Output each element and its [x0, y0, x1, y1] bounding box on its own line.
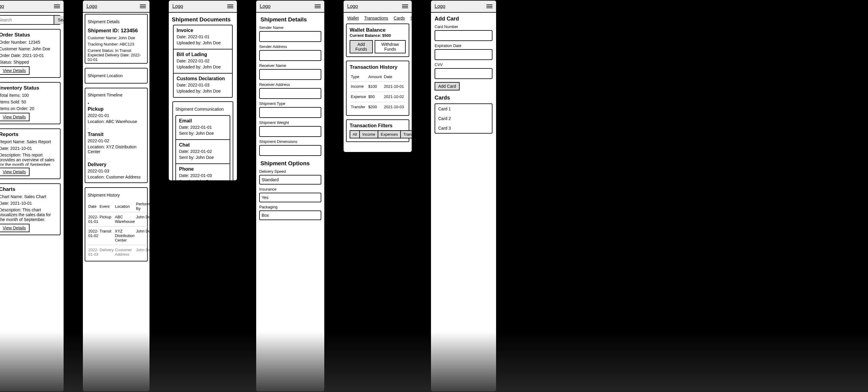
doc-date: Date: 2022-01-01 [177, 34, 229, 39]
delivery-speed-select[interactable] [259, 175, 321, 185]
customer-name: Customer Name: John Doe [88, 36, 145, 40]
table-row: Income$1002021-10-01 [350, 82, 405, 91]
menu-icon[interactable] [487, 4, 493, 8]
shipment-history-card: Shipment History Date Event Location Per… [85, 187, 148, 262]
logo[interactable]: Logo [260, 4, 271, 9]
doc-title: Customs Declaration [177, 76, 229, 82]
filter-transfers-button[interactable]: Transfers [401, 130, 412, 139]
logo[interactable]: Logo [87, 4, 97, 9]
tab-cards[interactable]: Cards [394, 16, 405, 21]
timeline-item: ▫ Transit 2022-01-02 Location: XYZ Distr… [88, 125, 145, 154]
topbar: Logo [344, 1, 412, 13]
timeline-item: ● Pickup 2022-01-01 Location: ABC Wareho… [88, 100, 145, 124]
menu-icon[interactable] [227, 4, 233, 8]
transaction-history-card: Transaction History Type Amount Date Inc… [346, 61, 409, 116]
doc-uploader: Uploaded by: John Doe [177, 89, 229, 93]
tab-settings[interactable]: Settings [410, 16, 412, 21]
timeline-item: ▫ Delivery 2022-01-03 Location: Customer… [88, 155, 145, 179]
tab-wallet[interactable]: Wallet [347, 16, 359, 21]
doc-date: Date: 2022-01-02 [177, 59, 229, 63]
add-funds-button[interactable]: Add Funds [350, 40, 373, 53]
timeline-title: Pickup [88, 107, 145, 112]
logo[interactable]: ogo [0, 4, 4, 9]
page-title: Shipment Details [260, 16, 320, 23]
sender-address-input[interactable] [259, 50, 321, 61]
menu-icon[interactable] [402, 4, 408, 8]
document-item[interactable]: Bill of Lading Date: 2022-01-02 Uploaded… [174, 50, 232, 73]
card-number-input[interactable] [435, 30, 493, 41]
receiver-name-input[interactable] [259, 69, 321, 80]
logo[interactable]: Logo [173, 4, 183, 9]
logo[interactable]: Logo [347, 4, 358, 9]
menu-icon[interactable] [315, 4, 321, 8]
card-item[interactable]: Card 2 [435, 114, 492, 123]
card-title: Reports [0, 131, 57, 138]
communication-item[interactable]: Phone Date: 2022-01-03 Sent by: John Doe [176, 164, 230, 181]
filters-title: Transaction Filters [350, 123, 406, 128]
section-label: Shipment Timeline [88, 91, 145, 99]
expiration-input[interactable] [435, 49, 493, 60]
shipment-dimensions-input[interactable] [259, 145, 321, 156]
shipment-type-input[interactable] [259, 107, 321, 118]
add-card-button[interactable]: Add Card [435, 82, 460, 90]
page-title: Shipment Documents [172, 16, 234, 23]
col-event: Event [99, 201, 114, 212]
search-input[interactable] [0, 16, 54, 24]
col-date: Date [383, 73, 405, 81]
comm-date: Date: 2022-01-02 [179, 149, 227, 154]
comm-date: Date: 2022-01-03 [179, 173, 227, 178]
logo[interactable]: Logo [435, 4, 445, 9]
comm-sender: Sent by: John Doe [179, 179, 227, 181]
timeline-title: Delivery [88, 162, 145, 168]
filter-all-button[interactable]: All [350, 130, 360, 139]
timeline-date: 2022-01-03 [88, 169, 145, 173]
document-item[interactable]: Invoice Date: 2022-01-01 Uploaded by: Jo… [174, 25, 232, 50]
document-item[interactable]: Customs Declaration Date: 2022-01-03 Upl… [174, 73, 232, 97]
order-date: Order Date: 2021-10-01 [0, 53, 57, 58]
doc-title: Invoice [177, 28, 229, 33]
tab-transactions[interactable]: Transactions [364, 16, 388, 21]
comm-date: Date: 2022-01-01 [179, 125, 227, 130]
communication-item[interactable]: Email Date: 2022-01-01 Sent by: John Doe [176, 116, 230, 140]
withdraw-funds-button[interactable]: Withdraw Funds [375, 40, 406, 53]
comm-title: Phone [179, 167, 227, 172]
search-button[interactable]: Search [54, 16, 64, 24]
view-details-button[interactable]: View Details [0, 224, 30, 232]
doc-date: Date: 2022-01-03 [177, 83, 229, 87]
receiver-address-input[interactable] [259, 88, 321, 99]
inventory-status-card: Inventory Status Total Items: 100 Items … [0, 82, 61, 124]
total-items: Total Items: 100 [0, 93, 57, 98]
shipment-weight-input[interactable] [259, 126, 321, 137]
items-sold: Items Sold: 50 [0, 99, 57, 104]
label-receiver-name: Receiver Name [259, 63, 321, 68]
shipment-communication-card: Shipment Communication Email Date: 2022-… [173, 101, 233, 181]
order-status: Status: Shipped [0, 60, 57, 64]
tracking-number: Tracking Number: ABC123 [88, 42, 145, 47]
phone-shipment-tracking: Logo Shipment Details Shipment ID: 12345… [82, 0, 150, 392]
col-type: Type [350, 73, 367, 81]
packaging-select[interactable] [259, 210, 321, 220]
card-item[interactable]: Card 1 [435, 104, 492, 114]
documents-list: Invoice Date: 2022-01-01 Uploaded by: Jo… [173, 25, 233, 98]
view-details-button[interactable]: View Details [0, 113, 30, 121]
phone-wallet: Logo Wallet Transactions Cards Settings … [343, 0, 412, 153]
label-packaging: Packaging [259, 205, 321, 209]
topbar: Logo [169, 1, 237, 13]
card-item[interactable]: Card 3 [435, 123, 492, 133]
menu-icon[interactable] [54, 4, 60, 8]
filter-income-button[interactable]: Income [360, 130, 378, 139]
view-details-button[interactable]: View Details [0, 168, 30, 176]
timeline-location: Location: XYZ Distribution Center [88, 145, 145, 154]
insurance-select[interactable] [259, 193, 321, 202]
menu-icon[interactable] [140, 4, 146, 8]
timeline-title: Transit [88, 132, 145, 137]
communication-item[interactable]: Chat Date: 2022-01-02 Sent by: John Doe [176, 140, 230, 164]
label-shipment-weight: Shipment Weight [259, 120, 321, 125]
view-details-button[interactable]: View Details [0, 66, 30, 75]
sender-name-input[interactable] [259, 31, 321, 42]
customer-name: Customer Name: John Doe [0, 47, 57, 51]
col-location: Location [114, 201, 135, 212]
filter-expenses-button[interactable]: Expenses [378, 130, 401, 139]
topbar: Logo [431, 1, 496, 13]
cvv-input[interactable] [435, 68, 493, 79]
